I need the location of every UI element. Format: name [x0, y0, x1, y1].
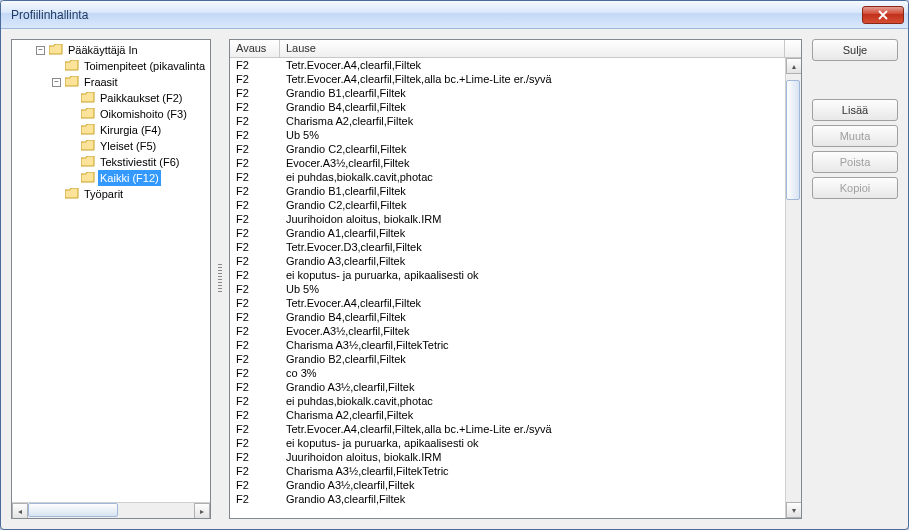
table-row[interactable]: F2Grandio C2,clearfil,Filtek — [230, 198, 785, 212]
scroll-up-button[interactable]: ▴ — [786, 58, 801, 74]
cell-lause: Grandio A3,clearfil,Filtek — [280, 492, 785, 506]
table-row[interactable]: F2Grandio B1,clearfil,Filtek — [230, 184, 785, 198]
table-row[interactable]: F2Tetr.Evocer.A4,clearfil,Filtek,alla bc… — [230, 72, 785, 86]
table-row[interactable]: F2Grandio B4,clearfil,Filtek — [230, 310, 785, 324]
copy-button[interactable]: Kopioi — [812, 177, 898, 199]
column-header-lause[interactable]: Lause — [280, 40, 785, 57]
table-row[interactable]: F2Grandio A3,clearfil,Filtek — [230, 254, 785, 268]
table-row[interactable]: F2Grandio A3½,clearfil,Filtek — [230, 478, 785, 492]
cell-lause: Juurihoidon aloitus, biokalk.IRM — [280, 450, 785, 464]
table-row[interactable]: F2Grandio B1,clearfil,Filtek — [230, 86, 785, 100]
tree-label-tekstiviestit[interactable]: Tekstiviestit (F6) — [98, 154, 181, 170]
tree-node-paikkaukset[interactable]: Paikkaukset (F2) — [16, 90, 210, 106]
table-row[interactable]: F2Tetr.Evocer.A4,clearfil,Filtek — [230, 296, 785, 310]
table-row[interactable]: F2Grandio A3½,clearfil,Filtek — [230, 380, 785, 394]
cell-avaus: F2 — [230, 240, 280, 254]
cell-lause: Juurihoidon aloitus, biokalk.IRM — [280, 212, 785, 226]
table-row[interactable]: F2Ub 5% — [230, 128, 785, 142]
table-row[interactable]: F2Evocer.A3½,clearfil,Filtek — [230, 324, 785, 338]
table-row[interactable]: F2Juurihoidon aloitus, biokalk.IRM — [230, 212, 785, 226]
tree-label-root[interactable]: Pääkäyttäjä In — [66, 42, 140, 58]
tree-node-fraasit[interactable]: − Fraasit — [16, 74, 210, 90]
tree-label-toimenpiteet[interactable]: Toimenpiteet (pikavalinta — [82, 58, 207, 74]
cell-avaus: F2 — [230, 72, 280, 86]
profile-tree[interactable]: − Pääkäyttäjä In Toimenpiteet (pikavalin… — [12, 40, 210, 204]
tree-node-root[interactable]: − Pääkäyttäjä In — [16, 42, 210, 58]
tree-label-paikkaukset[interactable]: Paikkaukset (F2) — [98, 90, 185, 106]
expander-icon[interactable]: − — [52, 78, 61, 87]
table-row[interactable]: F2Grandio B2,clearfil,Filtek — [230, 352, 785, 366]
cell-avaus: F2 — [230, 408, 280, 422]
table-row[interactable]: F2Juurihoidon aloitus, biokalk.IRM — [230, 450, 785, 464]
tree-node-toimenpiteet[interactable]: Toimenpiteet (pikavalinta — [16, 58, 210, 74]
table-row[interactable]: F2Charisma A2,clearfil,Filtek — [230, 408, 785, 422]
tree-node-yleiset[interactable]: Yleiset (F5) — [16, 138, 210, 154]
scroll-left-button[interactable]: ◂ — [12, 503, 28, 519]
splitter-grip-icon — [218, 264, 222, 294]
cell-lause: Grandio A3½,clearfil,Filtek — [280, 478, 785, 492]
tree-node-tyoparit[interactable]: Työparit — [16, 186, 210, 202]
tree-label-oikomishoito[interactable]: Oikomishoito (F3) — [98, 106, 189, 122]
tree-label-kirurgia[interactable]: Kirurgia (F4) — [98, 122, 163, 138]
table-body[interactable]: F2Tetr.Evocer.A4,clearfil,FiltekF2Tetr.E… — [230, 58, 785, 518]
tree-node-kaikki[interactable]: Kaikki (F12) — [16, 170, 210, 186]
tree-hscrollbar[interactable]: ◂ ▸ — [12, 502, 210, 518]
window-title: Profiilinhallinta — [11, 8, 862, 22]
scroll-track[interactable] — [28, 503, 194, 518]
table-vscrollbar[interactable]: ▴ ▾ — [785, 58, 801, 518]
table-row[interactable]: F2Tetr.Evocer.A4,clearfil,Filtek — [230, 58, 785, 72]
cell-lause: Charisma A3½,clearfil,FiltekTetric — [280, 338, 785, 352]
tree-pane: − Pääkäyttäjä In Toimenpiteet (pikavalin… — [11, 39, 211, 519]
table-row[interactable]: F2Charisma A3½,clearfil,FiltekTetric — [230, 338, 785, 352]
column-header-avaus[interactable]: Avaus — [230, 40, 280, 57]
table-row[interactable]: F2ei koputus- ja puruarka, apikaalisesti… — [230, 268, 785, 282]
table-row[interactable]: F2Tetr.Evocer.D3,clearfil,Filtek — [230, 240, 785, 254]
cell-avaus: F2 — [230, 380, 280, 394]
cell-lause: ei puhdas,biokalk.cavit,photac — [280, 170, 785, 184]
table-row[interactable]: F2Grandio B4,clearfil,Filtek — [230, 100, 785, 114]
folder-icon — [65, 60, 79, 72]
expander-icon[interactable]: − — [36, 46, 45, 55]
cell-avaus: F2 — [230, 198, 280, 212]
table-row[interactable]: F2Grandio A3,clearfil,Filtek — [230, 492, 785, 506]
cell-lause: co 3% — [280, 366, 785, 380]
tree-label-fraasit[interactable]: Fraasit — [82, 74, 120, 90]
scroll-thumb[interactable] — [786, 80, 800, 200]
tree-label-yleiset[interactable]: Yleiset (F5) — [98, 138, 158, 154]
delete-button[interactable]: Poista — [812, 151, 898, 173]
tree-label-kaikki[interactable]: Kaikki (F12) — [98, 170, 161, 186]
add-button[interactable]: Lisää — [812, 99, 898, 121]
tree-label-tyoparit[interactable]: Työparit — [82, 186, 125, 202]
table-row[interactable]: F2Charisma A2,clearfil,Filtek — [230, 114, 785, 128]
scroll-thumb[interactable] — [28, 503, 118, 517]
cell-lause: Grandio B4,clearfil,Filtek — [280, 310, 785, 324]
table-row[interactable]: F2Grandio A1,clearfil,Filtek — [230, 226, 785, 240]
scroll-down-button[interactable]: ▾ — [786, 502, 801, 518]
table-row[interactable]: F2Evocer.A3½,clearfil,Filtek — [230, 156, 785, 170]
folder-icon — [65, 188, 79, 200]
cell-avaus: F2 — [230, 170, 280, 184]
cell-lause: Ub 5% — [280, 128, 785, 142]
splitter[interactable] — [217, 39, 223, 519]
edit-button[interactable]: Muuta — [812, 125, 898, 147]
table-row[interactable]: F2ei puhdas,biokalk.cavit,photac — [230, 170, 785, 184]
folder-icon — [49, 44, 63, 56]
tree-node-kirurgia[interactable]: Kirurgia (F4) — [16, 122, 210, 138]
scroll-right-button[interactable]: ▸ — [194, 503, 210, 519]
table-row[interactable]: F2ei puhdas,biokalk.cavit,photac — [230, 394, 785, 408]
tree-node-tekstiviestit[interactable]: Tekstiviestit (F6) — [16, 154, 210, 170]
table-row[interactable]: F2Ub 5% — [230, 282, 785, 296]
table-row[interactable]: F2co 3% — [230, 366, 785, 380]
cell-avaus: F2 — [230, 156, 280, 170]
tree-node-oikomishoito[interactable]: Oikomishoito (F3) — [16, 106, 210, 122]
table-row[interactable]: F2Charisma A3½,clearfil,FiltekTetric — [230, 464, 785, 478]
cell-avaus: F2 — [230, 226, 280, 240]
cell-lause: Grandio B1,clearfil,Filtek — [280, 86, 785, 100]
table-row[interactable]: F2Tetr.Evocer.A4,clearfil,Filtek,alla bc… — [230, 422, 785, 436]
table-row[interactable]: F2Grandio C2,clearfil,Filtek — [230, 142, 785, 156]
table-row[interactable]: F2ei koputus- ja puruarka, apikaalisesti… — [230, 436, 785, 450]
scroll-track[interactable] — [786, 74, 801, 502]
close-button[interactable]: Sulje — [812, 39, 898, 61]
window-close-button[interactable] — [862, 6, 904, 24]
cell-avaus: F2 — [230, 492, 280, 506]
